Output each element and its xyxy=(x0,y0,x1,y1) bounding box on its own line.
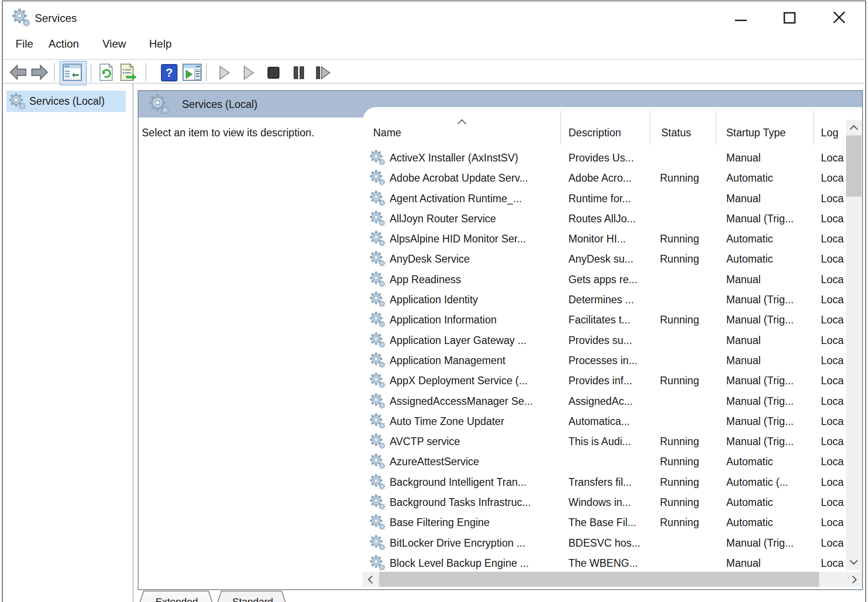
service-gear-icon xyxy=(370,231,386,247)
service-row[interactable]: Application Information Facilitates t...… xyxy=(363,310,845,330)
horizontal-scrollbar-thumb[interactable] xyxy=(379,572,819,587)
service-gear-icon xyxy=(370,555,386,571)
service-status xyxy=(660,533,714,553)
service-row[interactable]: AzureAttestService Running Automatic Loc… xyxy=(363,452,845,472)
service-startup-type: Manual (Trig... xyxy=(726,533,812,553)
service-row[interactable]: BitLocker Drive Encryption ... BDESVC ho… xyxy=(363,533,845,553)
service-row[interactable]: AnyDesk Service AnyDesk su... Running Au… xyxy=(363,249,845,269)
start-service-icon xyxy=(217,65,231,81)
toolbar-separator xyxy=(91,63,91,81)
service-name: Application Identity xyxy=(390,290,557,310)
service-description: Monitor HI... xyxy=(568,229,647,249)
service-log-on-as: Loca xyxy=(821,533,845,553)
menu-help[interactable]: Help xyxy=(149,38,171,50)
service-row[interactable]: App Readiness Gets apps re... Manual Loc… xyxy=(363,269,845,290)
service-gear-icon xyxy=(370,291,386,308)
scroll-down-button[interactable] xyxy=(846,554,862,570)
close-button[interactable] xyxy=(832,11,846,25)
service-status xyxy=(660,209,714,229)
service-description: Windows in... xyxy=(568,492,647,512)
service-row[interactable]: Auto Time Zone Updater Automatica... Man… xyxy=(363,411,845,431)
maximize-button[interactable] xyxy=(783,11,797,25)
service-log-on-as: Loca xyxy=(821,229,845,249)
service-row[interactable]: Block Level Backup Engine ... The WBENG.… xyxy=(363,553,845,573)
service-description: Adobe Acro... xyxy=(568,168,647,188)
show-console-tree-icon xyxy=(62,63,82,81)
column-separator[interactable] xyxy=(716,111,717,145)
scroll-left-button[interactable] xyxy=(363,572,378,587)
service-startup-type: Manual xyxy=(726,350,812,371)
service-gear-icon xyxy=(370,271,386,288)
tab-standard[interactable]: Standard xyxy=(232,596,273,602)
service-name: AssignedAccessManager Se... xyxy=(390,391,557,411)
service-row[interactable]: Agent Activation Runtime_... Runtime for… xyxy=(363,188,845,209)
service-row[interactable]: Adobe Acrobat Update Serv... Adobe Acro.… xyxy=(363,168,845,188)
column-header-description[interactable]: Description xyxy=(568,124,621,142)
service-gear-icon xyxy=(370,352,386,369)
minimize-icon xyxy=(735,20,747,21)
service-row[interactable]: Base Filtering Engine The Base Fil... Ru… xyxy=(363,512,845,532)
service-row[interactable]: AssignedAccessManager Se... AssignedAc..… xyxy=(363,391,845,411)
header-gear-icon xyxy=(149,94,170,115)
column-header-logon[interactable]: Log xyxy=(821,124,838,142)
service-description: Routes AllJo... xyxy=(568,209,647,229)
service-name: App Readiness xyxy=(390,269,557,290)
service-gear-icon xyxy=(370,190,386,207)
stop-service-icon xyxy=(266,65,280,81)
service-row[interactable]: ActiveX Installer (AxInstSV) Provides Us… xyxy=(363,148,845,168)
service-row[interactable]: Application Identity Determines ... Manu… xyxy=(363,290,845,310)
service-startup-type: Manual xyxy=(726,553,812,573)
menu-action[interactable]: Action xyxy=(48,38,79,50)
minimize-button[interactable] xyxy=(734,11,748,25)
vertical-scrollbar[interactable] xyxy=(846,120,862,570)
show-console-tree-button[interactable] xyxy=(59,61,87,86)
service-row[interactable]: Application Management Processes in... M… xyxy=(363,350,845,371)
vertical-scrollbar-thumb[interactable] xyxy=(846,135,862,197)
resume-service-button[interactable] xyxy=(241,65,255,81)
scroll-right-button[interactable] xyxy=(847,572,862,587)
service-name: Auto Time Zone Updater xyxy=(390,411,557,431)
column-header-startup[interactable]: Startup Type xyxy=(726,124,786,142)
service-status xyxy=(660,330,714,350)
service-startup-type: Automatic xyxy=(726,249,812,269)
back-button[interactable] xyxy=(9,63,27,81)
export-list-button[interactable] xyxy=(119,63,137,81)
service-log-on-as: Loca xyxy=(821,249,845,269)
service-row[interactable]: Background Intelligent Tran... Transfers… xyxy=(363,472,845,492)
service-row[interactable]: AllJoyn Router Service Routes AllJo... M… xyxy=(363,209,845,229)
service-description: Runtime for... xyxy=(568,188,647,209)
help-button[interactable]: ? xyxy=(161,64,177,81)
stop-service-button[interactable] xyxy=(266,65,280,81)
column-separator[interactable] xyxy=(649,111,650,145)
forward-button[interactable] xyxy=(30,63,48,81)
restart-service-button[interactable] xyxy=(315,65,332,81)
service-description: Provides su... xyxy=(568,330,647,350)
panel-splitter[interactable] xyxy=(133,84,134,602)
column-header-name[interactable]: Name xyxy=(373,124,401,142)
service-row[interactable]: AVCTP service This is Audi... Running Ma… xyxy=(363,431,845,452)
service-gear-icon xyxy=(370,433,386,450)
menu-file[interactable]: File xyxy=(16,38,33,50)
menu-view[interactable]: View xyxy=(102,38,126,50)
show-action-pane-button[interactable] xyxy=(182,63,202,81)
scroll-up-button[interactable] xyxy=(846,120,862,135)
service-row[interactable]: Background Tasks Infrastruc... Windows i… xyxy=(363,492,845,512)
service-description: AssignedAc... xyxy=(568,391,647,411)
column-header-status[interactable]: Status xyxy=(661,124,691,142)
column-separator[interactable] xyxy=(813,111,814,145)
service-row[interactable]: AlpsAlpine HID Monitor Ser... Monitor HI… xyxy=(363,229,845,249)
horizontal-scrollbar[interactable] xyxy=(363,572,862,587)
start-service-button[interactable] xyxy=(217,65,231,81)
tab-extended[interactable]: Extended xyxy=(155,596,198,602)
service-startup-type: Manual xyxy=(726,330,812,350)
refresh-button[interactable] xyxy=(97,63,115,81)
pause-service-button[interactable] xyxy=(292,65,305,81)
service-log-on-as: Loca xyxy=(821,168,845,188)
service-startup-type: Manual xyxy=(726,148,812,168)
service-row[interactable]: AppX Deployment Service (... Provides in… xyxy=(363,371,845,391)
column-separator[interactable] xyxy=(560,111,561,145)
service-name: Background Tasks Infrastruc... xyxy=(390,492,557,512)
show-action-pane-icon xyxy=(182,63,202,81)
service-startup-type: Manual (Trig... xyxy=(726,290,812,310)
service-row[interactable]: Application Layer Gateway ... Provides s… xyxy=(363,330,845,350)
